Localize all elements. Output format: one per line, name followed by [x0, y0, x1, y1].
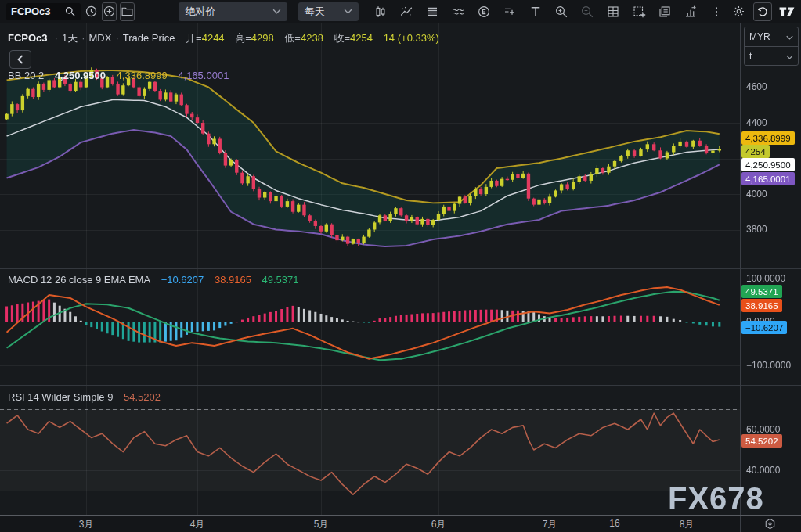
add-symbol-button[interactable] [102, 2, 117, 21]
price-tick: 4400 [746, 117, 767, 128]
macd-tick: −100.0000 [746, 360, 791, 371]
price-axis[interactable]: MYR t 4600 4400 4000 3800 4,336.8999 425… [740, 23, 801, 515]
time-tick: 16 [609, 518, 619, 529]
more-options-button[interactable] [707, 2, 726, 21]
text-tool-button[interactable] [526, 2, 545, 21]
macd-legend[interactable]: MACD 12 26 close 9 EMA EMA −10.6207 38.9… [8, 274, 299, 286]
rsi-badge: 54.5202 [741, 434, 782, 448]
chevron-down-icon [272, 9, 281, 14]
settings-gear-button[interactable] [729, 2, 748, 21]
macd-signal-value: 49.5371 [262, 274, 299, 286]
time-tick: 7月 [543, 518, 557, 531]
high-value: 4298 [251, 32, 274, 44]
currency-value: MYR [749, 31, 770, 42]
unit-value: t [749, 51, 752, 62]
open-label: 开= [186, 32, 202, 44]
macd-signal-badge: 49.5371 [741, 285, 782, 298]
chart-header: FCPOc3·1天·MDX·Trade Price 开=4244 高=4298 … [8, 31, 439, 45]
rsi-value: 54.5202 [124, 391, 161, 403]
header-exchange: MDX [89, 32, 112, 44]
rsi-tick: 60.0000 [746, 424, 780, 435]
price-mode-value: 绝对价 [185, 5, 215, 19]
last-price-badge: 4254 [741, 145, 770, 158]
rsi-legend[interactable]: RSI 14 Wilder Simple 9 54.5202 [8, 391, 161, 403]
undo-button[interactable] [753, 2, 772, 21]
symbol-search-value: FCPOc3 [11, 5, 51, 17]
chevron-down-icon [344, 9, 352, 14]
fx678-watermark: FX678 [668, 481, 764, 516]
macd-hist-value: −10.6207 [161, 274, 204, 286]
chevron-down-icon [786, 51, 793, 62]
bb-basis-price-badge: 4,250.9500 [741, 158, 795, 171]
pane-separator-rsi[interactable] [0, 385, 801, 386]
header-symbol[interactable]: FCPOc3 [8, 32, 48, 44]
time-tick: 8月 [680, 518, 695, 531]
zoom-in-button[interactable] [552, 2, 571, 21]
chart-area: FCPOc3·1天·MDX·Trade Price 开=4244 高=4298 … [0, 23, 801, 515]
interval-value: 每天 [305, 5, 325, 19]
axis-corner-divider [740, 516, 741, 532]
macd-line-badge: 38.9165 [741, 299, 782, 312]
low-label: 低= [284, 32, 301, 44]
search-icon [64, 5, 76, 17]
collapse-toolbar-button[interactable] [9, 50, 31, 69]
price-tick: 3800 [746, 224, 767, 235]
bb-legend[interactable]: BB 20 2 4,250.9500 4,336.8999 4,165.0001 [8, 70, 229, 81]
interval-select[interactable]: 每天 [298, 2, 359, 21]
change-value: 14 (+0.33%) [384, 32, 439, 44]
chevron-down-icon [786, 31, 793, 42]
time-tick: 6月 [431, 518, 446, 531]
close-label: 收= [334, 32, 351, 44]
grid-layout-button[interactable] [604, 2, 622, 21]
symbol-search-box[interactable]: FCPOc3 [6, 3, 81, 20]
bb-title: BB 20 2 [8, 70, 44, 81]
bb-upper-value: 4,336.8999 [117, 70, 168, 81]
macd-tick: 100.0000 [746, 273, 785, 284]
alert-button[interactable] [500, 2, 519, 21]
templates-button[interactable] [423, 2, 442, 21]
bb-basis-value: 4,250.9500 [55, 70, 106, 81]
rsi-title: RSI 14 Wilder Simple 9 [8, 391, 113, 403]
tradingview-logo[interactable] [778, 2, 796, 21]
events-button[interactable] [474, 2, 493, 21]
price-tick: 4000 [746, 189, 767, 200]
header-series: Trade Price [123, 32, 175, 44]
indicators-button[interactable] [397, 2, 416, 21]
time-axis[interactable]: 3月 4月 5月 6月 7月 16 8月 [0, 515, 801, 532]
copy-button[interactable] [655, 2, 674, 21]
header-interval[interactable]: 1天 [62, 32, 78, 44]
macd-title: MACD 12 26 close 9 EMA EMA [8, 274, 150, 286]
price-tick: 4600 [746, 81, 767, 92]
folder-button[interactable] [120, 2, 135, 21]
patterns-button[interactable] [449, 2, 467, 21]
price-mode-select[interactable]: 绝对价 [179, 2, 287, 21]
macd-line-value: 38.9165 [215, 274, 251, 286]
history-clock-button[interactable] [84, 2, 99, 21]
time-tick: 3月 [79, 518, 94, 531]
bar-style-button[interactable] [371, 2, 390, 21]
volume-profile-button[interactable] [681, 2, 700, 21]
bb-lower-price-badge: 4,165.0001 [741, 172, 795, 185]
high-label: 高= [235, 32, 251, 44]
unit-select[interactable]: t [745, 46, 798, 65]
macd-hist-badge: −10.6207 [741, 321, 787, 334]
zoom-out-button[interactable] [578, 2, 597, 21]
close-value: 4254 [350, 32, 373, 44]
bb-lower-value: 4,165.0001 [178, 70, 229, 81]
top-toolbar: FCPOc3 绝对价 每天 [0, 0, 801, 23]
pane-separator-macd[interactable] [0, 268, 801, 269]
currency-select[interactable]: MYR [745, 27, 798, 46]
screenshot-button[interactable] [630, 2, 648, 21]
bb-upper-price-badge: 4,336.8999 [741, 131, 795, 145]
axis-settings-icon[interactable] [764, 518, 776, 532]
time-tick: 4月 [190, 518, 205, 531]
time-tick: 5月 [314, 518, 329, 531]
chart-canvas[interactable] [0, 23, 740, 515]
low-value: 4238 [301, 32, 323, 44]
rsi-tick: 40.0000 [746, 465, 780, 476]
currency-unit-selector: MYR t [744, 27, 799, 66]
open-value: 4244 [202, 32, 225, 44]
